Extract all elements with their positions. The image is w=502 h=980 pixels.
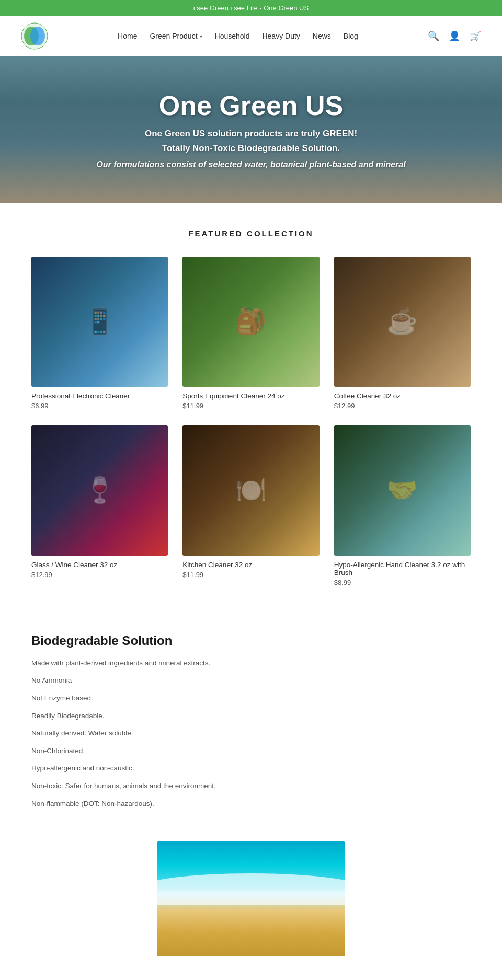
- dropdown-arrow-green: ▾: [200, 33, 202, 39]
- product-price-4: $11.99: [182, 571, 319, 579]
- product-card-0[interactable]: 📱 Professional Electronic Cleaner $6.99: [31, 257, 168, 410]
- nav-household[interactable]: Household: [215, 32, 250, 40]
- product-price-2: $12.99: [334, 402, 471, 410]
- logo-icon: [21, 22, 48, 50]
- product-price-3: $12.99: [31, 571, 168, 579]
- bio-point-2: Not Enzyme based.: [31, 693, 471, 704]
- product-price-0: $6.99: [31, 402, 168, 410]
- product-card-5[interactable]: 🤝 Hypo-Allergenic Hand Cleaner 3.2 oz wi…: [334, 425, 471, 586]
- nav-green-product[interactable]: Green Product ▾: [150, 32, 202, 40]
- product-card-1[interactable]: 🎒 Sports Equipment Cleaner 24 oz $11.99: [182, 257, 319, 410]
- product-image-3: 🍷: [31, 425, 168, 556]
- bio-point-5: Non-Chlorinated.: [31, 745, 471, 757]
- biodegradable-section: Biodegradable Solution Made with plant-d…: [0, 607, 502, 831]
- bio-point-6: Hypo-allergenic and non-caustic.: [31, 763, 471, 774]
- product-card-3[interactable]: 🍷 Glass / Wine Cleaner 32 oz $12.99: [31, 425, 168, 586]
- hero-subtitle-2: Totally Non-Toxic Biodegradable Solution…: [96, 143, 405, 154]
- login-icon[interactable]: 👤: [449, 30, 460, 42]
- product-price-1: $11.99: [182, 402, 319, 410]
- banner-text: i see Green i see Life - One Green US: [193, 4, 309, 12]
- bio-point-7: Non-toxic: Safer for humans, animals and…: [31, 780, 471, 792]
- product-price-5: $8.99: [334, 579, 471, 586]
- header-icons: 🔍 👤 🛒: [428, 30, 481, 42]
- product-name-1: Sports Equipment Cleaner 24 oz: [182, 392, 319, 400]
- product-image-4: 🍽️: [182, 425, 319, 556]
- beach-section: [0, 831, 502, 980]
- bio-point-4: Naturally derived. Water soluble.: [31, 728, 471, 739]
- product-image-2: ☕: [334, 257, 471, 387]
- hero-section: One Green US One Green US solution produ…: [0, 56, 502, 203]
- product-name-0: Professional Electronic Cleaner: [31, 392, 168, 400]
- product-card-2[interactable]: ☕ Coffee Cleaner 32 oz $12.99: [334, 257, 471, 410]
- biodegradable-title: Biodegradable Solution: [31, 633, 471, 648]
- hero-subtitle-1: One Green US solution products are truly…: [96, 129, 405, 139]
- product-image-0: 📱: [31, 257, 168, 387]
- products-grid: 📱 Professional Electronic Cleaner $6.99 …: [31, 257, 471, 586]
- beach-image: [157, 841, 345, 956]
- logo-wrap[interactable]: [21, 22, 48, 50]
- top-banner: i see Green i see Life - One Green US: [0, 0, 502, 16]
- product-name-2: Coffee Cleaner 32 oz: [334, 392, 471, 400]
- nav-news[interactable]: News: [313, 32, 331, 40]
- search-icon[interactable]: 🔍: [428, 30, 439, 42]
- nav-heavy-duty[interactable]: Heavy Duty: [262, 32, 300, 40]
- nav-home[interactable]: Home: [118, 32, 137, 40]
- hero-content: One Green US One Green US solution produ…: [96, 90, 405, 169]
- product-name-4: Kitchen Cleaner 32 oz: [182, 561, 319, 569]
- bio-point-8: Non-flammable (DOT: Non-hazardous).: [31, 798, 471, 810]
- beach-wave: [157, 873, 345, 905]
- bio-point-0: Made with plant-derived ingredients and …: [31, 658, 471, 669]
- product-name-3: Glass / Wine Cleaner 32 oz: [31, 561, 168, 569]
- navigation: Home Green Product ▾ Household Heavy Dut…: [118, 32, 358, 40]
- nav-blog[interactable]: Blog: [344, 32, 358, 40]
- bio-point-1: No Ammonia: [31, 675, 471, 686]
- featured-title: FEATURED COLLECTION: [31, 229, 471, 238]
- hero-title: One Green US: [96, 90, 405, 121]
- header: Home Green Product ▾ Household Heavy Dut…: [0, 16, 502, 56]
- bio-point-3: Readily Biodegradable.: [31, 710, 471, 722]
- cart-icon[interactable]: 🛒: [470, 30, 481, 42]
- product-card-4[interactable]: 🍽️ Kitchen Cleaner 32 oz $11.99: [182, 425, 319, 586]
- featured-section: FEATURED COLLECTION 📱 Professional Elect…: [0, 203, 502, 607]
- svg-point-2: [30, 27, 45, 45]
- hero-subtitle-3: Our formulations consist of selected wat…: [96, 160, 405, 169]
- product-name-5: Hypo-Allergenic Hand Cleaner 3.2 oz with…: [334, 561, 471, 577]
- product-image-1: 🎒: [182, 257, 319, 387]
- product-image-5: 🤝: [334, 425, 471, 556]
- biodegradable-points: Made with plant-derived ingredients and …: [31, 658, 471, 809]
